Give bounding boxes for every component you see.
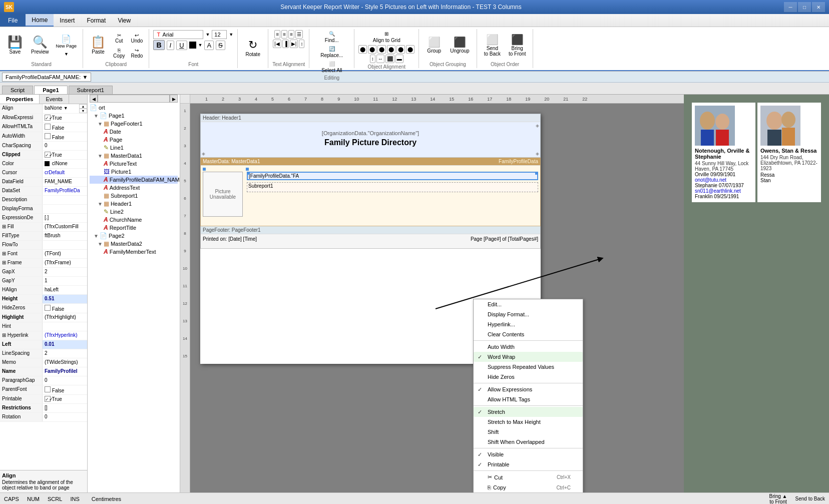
rotate-button[interactable]: ↻ Rotate <box>242 38 264 59</box>
new-page-drop[interactable]: ▼ <box>54 51 79 58</box>
spaceh-button[interactable]: ↔ <box>376 55 384 63</box>
tree-toggle-masterdata1[interactable]: ▼ <box>98 153 103 159</box>
prop-stepper[interactable]: ▲ ▼ <box>79 104 87 113</box>
ctx-hyperlink[interactable]: Hyperlink... <box>474 319 583 329</box>
prop-row-filltype[interactable]: FillType ftBrush <box>0 232 87 241</box>
prop-row-align[interactable]: Align baNone ▼ ▲ ▼ <box>0 104 87 114</box>
prop-row-color[interactable]: Color clNone <box>0 160 87 169</box>
menu-file[interactable]: File <box>0 14 26 27</box>
size-width-button[interactable]: ⬛ <box>385 55 394 63</box>
replace-button[interactable]: 🔄 Replace... <box>318 45 345 59</box>
tree-item-date[interactable]: A Date <box>90 128 178 136</box>
tree-item-addresstext[interactable]: A AddressText <box>90 184 178 192</box>
select-all-button[interactable]: ⬜ Select All <box>319 60 344 74</box>
prop-row-memo[interactable]: Memo (TWideStrings) <box>0 358 87 367</box>
tree-item-picturetext[interactable]: A PictureText <box>90 160 178 168</box>
ctx-hide-zeros[interactable]: Hide Zeros <box>474 372 583 382</box>
obj-align-r[interactable]: ⬤ <box>377 45 386 54</box>
prop-row-displayformat[interactable]: DisplayForma <box>0 205 87 214</box>
tree-scroll-right[interactable]: ▶ <box>170 95 178 103</box>
tree-toggle-page2[interactable]: ▼ <box>94 233 99 239</box>
paste-button[interactable]: 📋 Paste <box>87 34 109 57</box>
tab-page1[interactable]: Page1 <box>34 86 67 94</box>
text-right-button[interactable]: ▶| <box>290 40 298 48</box>
prop-row-allowexpr[interactable]: AllowExpressi ✓ True <box>0 114 87 123</box>
tree-item-page1[interactable]: ▼ 📄 Page1 <box>90 112 178 120</box>
prop-row-hyperlink[interactable]: ⊞ Hyperlink (TfrxHyperlink) <box>0 331 87 340</box>
ctx-allow-expr[interactable]: ✓ Allow Expressions <box>474 384 583 394</box>
font-size-drop[interactable]: ▼ <box>229 32 233 37</box>
ctx-shift-overlapped[interactable]: Shift When Overlapped <box>474 437 583 447</box>
prop-row-charspacing[interactable]: CharSpacing 0 <box>0 142 87 151</box>
prop-row-description[interactable]: Description <box>0 196 87 205</box>
hidezeros-checkbox[interactable] <box>45 305 51 311</box>
handle-1[interactable] <box>203 168 206 171</box>
prop-row-paragraphgap[interactable]: ParagraphGap 0 <box>0 376 87 385</box>
prop-row-allowhtml[interactable]: AllowHTMLTa False <box>0 123 87 132</box>
tree-item-root[interactable]: 📄 ort <box>90 104 178 112</box>
tree-item-churchname[interactable]: A ChurchName <box>90 216 178 224</box>
tree-item-masterdata1[interactable]: ▼ ▦ MasterData1 <box>90 152 178 160</box>
ctx-shift[interactable]: Shift <box>474 427 583 437</box>
text-center-button[interactable]: ▐ <box>282 40 289 48</box>
tree-item-page-label[interactable]: A Page <box>90 136 178 144</box>
ctx-word-wrap[interactable]: ✓ Word Wrap <box>474 352 583 362</box>
prop-row-gapx[interactable]: GapX 2 <box>0 268 87 277</box>
obj-align-m[interactable]: ⬤ <box>396 45 405 54</box>
menu-view[interactable]: View <box>112 14 137 27</box>
parentfont-checkbox[interactable] <box>45 386 51 392</box>
prop-row-printable[interactable]: Printable ✓ True <box>0 395 87 404</box>
menu-insert[interactable]: Insert <box>54 14 81 27</box>
tree-item-pagefooter1[interactable]: ▼ ▦ PageFooter1 <box>90 120 178 128</box>
prop-row-restrictions[interactable]: Restrictions [] <box>0 404 87 413</box>
prop-row-name[interactable]: Name FamilyProfilel <box>0 367 87 376</box>
send-to-back-status[interactable]: Send to Back <box>795 496 825 501</box>
ctx-auto-width[interactable]: Auto Width <box>474 342 583 352</box>
spacing-button[interactable]: ↕ <box>299 40 304 48</box>
tree-toggle-header1[interactable]: ▼ <box>98 201 103 207</box>
tree-item-masterdata2[interactable]: ▼ ▦ MasterData2 <box>90 240 178 248</box>
tree-item-familymember[interactable]: A FamilyMemberText <box>90 248 178 256</box>
tree-item-picture1[interactable]: 🖼 Picture1 <box>90 168 178 176</box>
text-left-button[interactable]: |◀ <box>273 40 281 48</box>
ctx-cut[interactable]: ✂ Cut Ctrl+X <box>474 472 583 482</box>
font-color-drop[interactable]: ▼ <box>198 43 203 48</box>
prop-row-halign[interactable]: HAlign haLeft <box>0 286 87 295</box>
save-button[interactable]: 💾 Save <box>4 34 26 57</box>
bring-to-front-button[interactable]: ⬛ Bring to Front <box>506 33 529 59</box>
obj-align-b[interactable]: ⬤ <box>406 45 414 54</box>
prop-row-font[interactable]: ⊞ Font (TFont) <box>0 250 87 259</box>
tree-item-header1[interactable]: ▼ ▦ Header1 <box>90 200 178 208</box>
prop-row-highlight[interactable]: Highlight (TfrxHighlight) <box>0 313 87 322</box>
strikethrough-button[interactable]: S <box>216 41 225 50</box>
allowhtml-checkbox[interactable] <box>45 124 51 130</box>
field-dropdown[interactable]: FamilyProfileDataFAM_NAME: ▼ <box>2 73 91 82</box>
align-top-button[interactable]: ≡ <box>274 30 280 39</box>
tree-toggle-page1[interactable]: ▼ <box>94 113 99 119</box>
prop-row-cursor[interactable]: Cursor crDefault <box>0 169 87 178</box>
bring-to-front-status[interactable]: Bring ▲ to Front <box>769 493 787 505</box>
prop-row-linespacing[interactable]: LineSpacing 2 <box>0 349 87 358</box>
align-to-grid-button[interactable]: ⊞ Align to Grid <box>371 30 402 44</box>
cut-button[interactable]: ✂ Cut <box>111 32 127 45</box>
highlight-button[interactable]: A <box>204 41 214 50</box>
ctx-visible[interactable]: ✓ Visible <box>474 449 583 459</box>
prop-row-fill[interactable]: ⊞ Fill (TfrxCustomFill <box>0 223 87 232</box>
spacev-button[interactable]: ↕ <box>370 55 375 63</box>
handle-tl[interactable] <box>247 172 250 175</box>
find-button[interactable]: 🔍 Find... <box>323 30 341 44</box>
prop-row-hint[interactable]: Hint <box>0 322 87 331</box>
prop-row-height[interactable]: Height 0.51 <box>0 295 87 304</box>
italic-button[interactable]: I <box>167 41 175 50</box>
prop-row-flowto[interactable]: FlowTo <box>0 241 87 250</box>
tree-item-reporttitle[interactable]: A ReportTitle <box>90 224 178 232</box>
handle-2[interactable] <box>246 168 249 171</box>
obj-align-l[interactable]: ⬤ <box>358 45 367 54</box>
obj-align-c[interactable]: ⬤ <box>368 45 376 54</box>
font-size-input[interactable]: 12 <box>212 30 227 39</box>
tree-item-famprofile[interactable]: A FamilyProfileDataFAM_NAME <box>90 176 178 184</box>
maximize-button[interactable]: □ <box>798 2 811 12</box>
allowexpr-checkbox[interactable]: ✓ <box>45 115 51 121</box>
prop-row-parentfont[interactable]: ParentFont False <box>0 385 87 395</box>
prop-row-clipped[interactable]: Clipped ✓ True <box>0 151 87 160</box>
